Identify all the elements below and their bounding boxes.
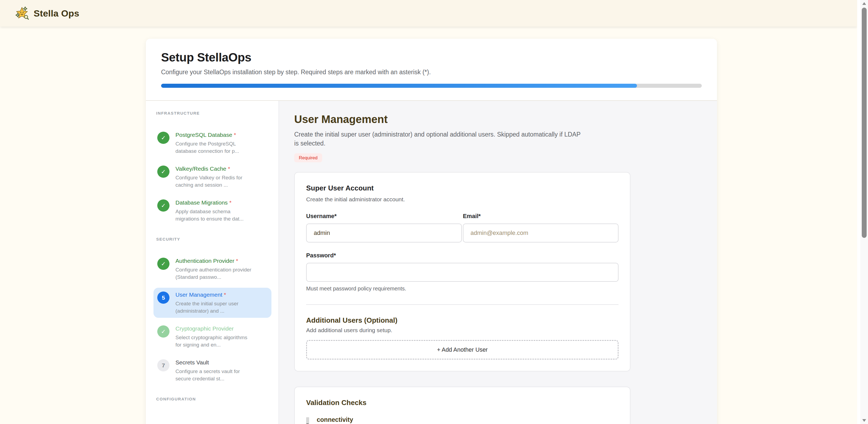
step-title: Cryptographic Provider — [176, 325, 247, 332]
super-user-account-card: Super User Account Create the initial ad… — [294, 172, 630, 371]
step-number-badge: 7 — [157, 359, 169, 371]
progress-fill — [161, 84, 637, 88]
step-description: Select cryptographic algorithms for sign… — [176, 334, 247, 349]
app-header: Stella Ops — [0, 0, 857, 27]
page-title: Setup StellaOps — [161, 51, 702, 64]
check-icon: ✓ — [157, 325, 169, 337]
username-input[interactable] — [306, 224, 462, 242]
step-title: Database Migrations * — [176, 199, 244, 206]
step-title: Authentication Provider * — [176, 257, 251, 265]
setup-progress-bar — [161, 84, 702, 88]
step-title: User Management * — [176, 291, 238, 299]
sidebar-item-valkey-redis-cache[interactable]: ✓ Valkey/Redis Cache * Configure Valkey … — [153, 162, 272, 192]
validation-check-row: connectivity Check passed — [306, 416, 619, 424]
scroll-up-arrow-icon[interactable] — [862, 2, 866, 5]
step-content: User Management Create the initial super… — [279, 101, 717, 424]
section-label-security: SECURITY — [156, 236, 272, 242]
required-asterisk: * — [228, 199, 231, 206]
setup-wizard-card: Setup StellaOps Configure your StellaOps… — [146, 39, 717, 424]
sidebar-item-secrets-vault[interactable]: 7 Secrets Vault Configure a secrets vaul… — [153, 355, 272, 386]
password-input[interactable] — [306, 263, 619, 282]
page-scrollbar[interactable] — [857, 0, 868, 424]
required-asterisk: * — [234, 258, 238, 264]
step-title: Secrets Vault — [176, 359, 240, 366]
scrollbar-thumb[interactable] — [862, 8, 867, 238]
username-label: Username* — [306, 213, 462, 220]
step-title: Valkey/Redis Cache * — [176, 165, 242, 172]
check-icon: ✓ — [157, 199, 169, 211]
check-status-icon — [306, 417, 309, 424]
validation-checks-card: Validation Checks connectivity Check pas… — [294, 387, 630, 424]
step-description: Configure Valkey or Redis for caching an… — [176, 174, 242, 189]
step-number-badge: 5 — [157, 292, 169, 304]
password-label: Password* — [306, 252, 619, 259]
brand-name: Stella Ops — [34, 8, 79, 19]
step-title: PostgreSQL Database * — [176, 131, 239, 139]
sidebar-item-database-migrations[interactable]: ✓ Database Migrations * Apply database s… — [153, 196, 272, 226]
section-divider — [306, 304, 619, 305]
password-helper-text: Must meet password policy requirements. — [306, 286, 619, 292]
wizard-header: Setup StellaOps Configure your StellaOps… — [146, 39, 717, 101]
required-asterisk: * — [222, 292, 226, 298]
sidebar-item-cryptographic-provider[interactable]: ✓ Cryptographic Provider Select cryptogr… — [153, 322, 272, 352]
email-input[interactable] — [463, 224, 619, 242]
email-label: Email* — [463, 213, 619, 220]
sidebar-item-user-management[interactable]: 5 User Management * Create the initial s… — [153, 288, 272, 318]
required-asterisk: * — [232, 132, 236, 138]
brand: Stella Ops — [14, 6, 79, 21]
step-description: Configure authentication provider (Stand… — [176, 266, 251, 281]
additional-users-subtitle: Add additional users during setup. — [306, 327, 619, 333]
validation-checks-title: Validation Checks — [306, 398, 619, 407]
scrollbar-track[interactable] — [860, 0, 868, 424]
required-badge: Required — [294, 153, 322, 162]
check-icon: ✓ — [157, 166, 169, 178]
check-name: connectivity — [317, 416, 353, 423]
required-asterisk: * — [226, 166, 230, 172]
step-heading: User Management — [294, 113, 717, 126]
section-label-configuration: CONFIGURATION — [156, 396, 272, 402]
super-user-card-subtitle: Create the initial administrator account… — [306, 196, 619, 203]
page-subtitle: Configure your StellaOps installation st… — [161, 68, 702, 76]
sidebar-item-postgresql-database[interactable]: ✓ PostgreSQL Database * Configure the Po… — [153, 128, 272, 158]
step-description: Create the initial super user (administr… — [176, 300, 238, 315]
steps-sidebar: INFRASTRUCTURE ✓ PostgreSQL Database * C… — [146, 101, 279, 424]
additional-users-title: Additional Users (Optional) — [306, 316, 619, 325]
step-description: Configure a secrets vault for secure cre… — [176, 368, 240, 382]
scroll-down-arrow-icon[interactable] — [862, 419, 866, 422]
check-icon: ✓ — [157, 132, 169, 144]
super-user-card-title: Super User Account — [306, 184, 619, 192]
section-label-infrastructure: INFRASTRUCTURE — [156, 110, 272, 116]
step-description: Configure the PostgreSQL database connec… — [176, 140, 239, 155]
stella-ops-logo-icon — [14, 6, 29, 21]
check-icon: ✓ — [157, 258, 169, 270]
username-email-row: Username* Email* — [306, 213, 619, 242]
sidebar-item-authentication-provider[interactable]: ✓ Authentication Provider * Configure au… — [153, 254, 272, 284]
add-another-user-button[interactable]: + Add Another User — [306, 340, 619, 360]
step-description-text: Create the initial super user (administr… — [294, 130, 582, 148]
step-description: Apply database schema migrations to ensu… — [176, 208, 244, 222]
wizard-body: INFRASTRUCTURE ✓ PostgreSQL Database * C… — [146, 101, 717, 424]
